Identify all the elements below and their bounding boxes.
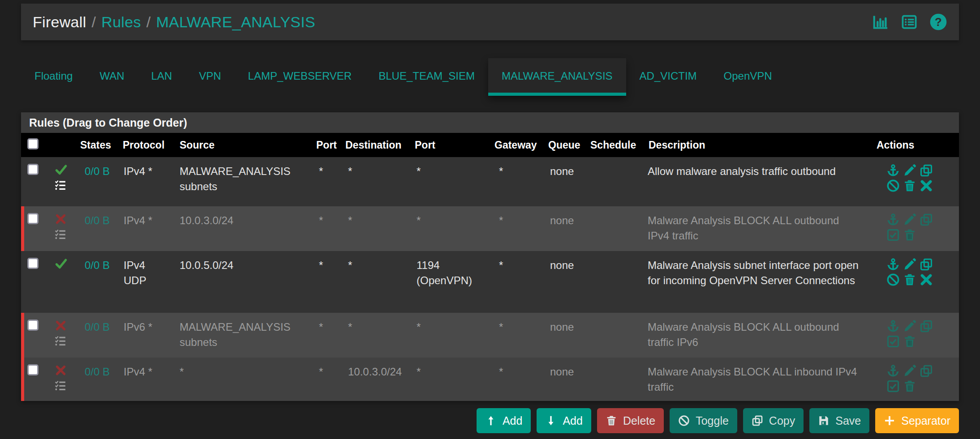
cell-port: *	[314, 251, 343, 313]
cell-destination: *	[343, 251, 412, 313]
cell-source: MALWARE_ANALYSIS subnets	[177, 313, 314, 358]
edit-icon[interactable]	[903, 258, 916, 271]
separator-button[interactable]: Separator	[875, 408, 959, 433]
col-port: Port	[314, 133, 343, 157]
breadcrumb-section: Firewall	[33, 13, 86, 30]
list-view-icon[interactable]	[901, 13, 918, 30]
copy-icon[interactable]	[920, 258, 933, 271]
disable-ban-icon[interactable]	[886, 179, 900, 192]
row-checkbox[interactable]	[27, 320, 39, 331]
copy-button[interactable]: Copy	[743, 408, 804, 433]
help-icon[interactable]	[929, 13, 947, 31]
cell-protocol: IPv4 *	[117, 358, 177, 401]
tab-openvpn[interactable]: OpenVPN	[710, 58, 786, 96]
col-description: Description	[646, 133, 871, 157]
cell-port: *	[314, 358, 343, 401]
cell-dest-port: 1194 (OpenVPN)	[412, 251, 492, 313]
cell-description: Malware Analysis BLOCK ALL inbound IPv4 …	[646, 358, 871, 401]
edit-icon[interactable]	[903, 164, 916, 177]
block-x-icon	[54, 364, 67, 376]
rule-row[interactable]: 0/0 B IPv4 * 10.0.3.0/24 * * * * none Ma…	[21, 206, 959, 251]
bar-chart-icon[interactable]	[872, 13, 889, 30]
anchor-icon[interactable]	[886, 164, 900, 177]
interface-tabs: Floating WAN LAN VPN LAMP_WEBSERVER BLUE…	[21, 58, 959, 96]
enable-checksquare-icon[interactable]	[886, 228, 900, 242]
select-all-checkbox[interactable]	[27, 138, 39, 149]
anchor-icon[interactable]	[886, 213, 900, 226]
col-destination: Destination	[343, 133, 412, 157]
add-bottom-button[interactable]: Add	[537, 408, 591, 433]
anchor-icon[interactable]	[886, 258, 900, 271]
tab-malware-analysis[interactable]: MALWARE_ANALYSIS	[488, 58, 626, 96]
row-checkbox[interactable]	[27, 213, 39, 224]
plus-icon	[884, 415, 895, 426]
save-icon	[818, 415, 830, 426]
remove-x-icon[interactable]	[920, 273, 933, 286]
cell-schedule	[588, 358, 646, 401]
copy-icon[interactable]	[920, 320, 933, 333]
toggle-button[interactable]: Toggle	[670, 408, 737, 433]
rule-row[interactable]: 0/0 B IPv4 UDP 10.0.5.0/24 * * 1194 (Ope…	[21, 251, 959, 313]
rules-panel: Rules (Drag to Change Order) States Prot…	[21, 112, 959, 401]
cell-description: Malware Analysis BLOCK ALL outbound traf…	[646, 313, 871, 358]
delete-button[interactable]: Delete	[597, 408, 664, 433]
copy-icon[interactable]	[920, 213, 933, 226]
delete-trash-icon[interactable]	[903, 273, 916, 286]
disable-ban-icon[interactable]	[886, 273, 900, 286]
states-link[interactable]: 0/0 B	[81, 164, 110, 179]
row-checkbox[interactable]	[27, 164, 39, 175]
tab-lan[interactable]: LAN	[138, 58, 186, 96]
pass-check-icon	[54, 164, 68, 175]
tab-blue-team-siem[interactable]: BLUE_TEAM_SIEM	[365, 58, 488, 96]
copy-icon	[752, 415, 763, 426]
remove-x-icon[interactable]	[920, 179, 933, 192]
enable-checksquare-icon[interactable]	[886, 335, 900, 348]
add-top-button[interactable]: Add	[477, 408, 531, 433]
states-link[interactable]: 0/0 B	[81, 213, 110, 228]
cell-port: *	[314, 206, 343, 251]
copy-icon[interactable]	[920, 364, 933, 378]
ban-icon	[678, 415, 690, 426]
row-checkbox[interactable]	[27, 364, 39, 375]
tab-wan[interactable]: WAN	[86, 58, 138, 96]
cell-gateway: *	[492, 157, 546, 206]
states-link[interactable]: 0/0 B	[81, 320, 110, 335]
rule-row[interactable]: 0/0 B IPv6 * MALWARE_ANALYSIS subnets * …	[21, 313, 959, 358]
save-button[interactable]: Save	[809, 408, 869, 433]
col-protocol: Protocol	[117, 133, 177, 157]
cell-destination: *	[343, 206, 412, 251]
tab-floating[interactable]: Floating	[21, 58, 86, 96]
edit-icon[interactable]	[903, 213, 916, 226]
block-x-icon	[54, 320, 67, 331]
row-checkbox[interactable]	[27, 258, 39, 269]
anchor-icon[interactable]	[886, 320, 900, 333]
edit-icon[interactable]	[903, 364, 916, 378]
delete-trash-icon[interactable]	[903, 179, 916, 192]
enable-checksquare-icon[interactable]	[886, 379, 900, 393]
rule-row[interactable]: 0/0 B IPv4 * MALWARE_ANALYSIS subnets * …	[21, 157, 959, 206]
breadcrumb-rules-link[interactable]: Rules	[101, 13, 141, 30]
cell-protocol: IPv4 UDP	[117, 251, 177, 313]
states-link[interactable]: 0/0 B	[81, 258, 110, 273]
delete-trash-icon[interactable]	[903, 228, 916, 242]
tab-ad-victim[interactable]: AD_VICTIM	[626, 58, 710, 96]
breadcrumb-interface: MALWARE_ANALYSIS	[156, 13, 315, 30]
trash-icon	[606, 415, 617, 426]
anchor-icon[interactable]	[886, 364, 900, 378]
panel-title: Rules (Drag to Change Order)	[21, 112, 959, 133]
delete-trash-icon[interactable]	[903, 379, 916, 393]
tab-vpn[interactable]: VPN	[185, 58, 234, 96]
cell-source: 10.0.3.0/24	[177, 206, 314, 251]
delete-trash-icon[interactable]	[903, 335, 916, 348]
cell-source: 10.0.5.0/24	[177, 251, 314, 313]
cell-protocol: IPv4 *	[117, 206, 177, 251]
tab-lamp-webserver[interactable]: LAMP_WEBSERVER	[235, 58, 365, 96]
states-link[interactable]: 0/0 B	[81, 364, 110, 379]
col-source: Source	[177, 133, 314, 157]
cell-source: MALWARE_ANALYSIS subnets	[177, 157, 314, 206]
cell-dest-port: *	[412, 313, 492, 358]
edit-icon[interactable]	[903, 320, 916, 333]
cell-port: *	[314, 157, 343, 206]
rule-row[interactable]: 0/0 B IPv4 * * * 10.0.3.0/24 * * none Ma…	[21, 358, 959, 401]
copy-icon[interactable]	[920, 164, 933, 177]
